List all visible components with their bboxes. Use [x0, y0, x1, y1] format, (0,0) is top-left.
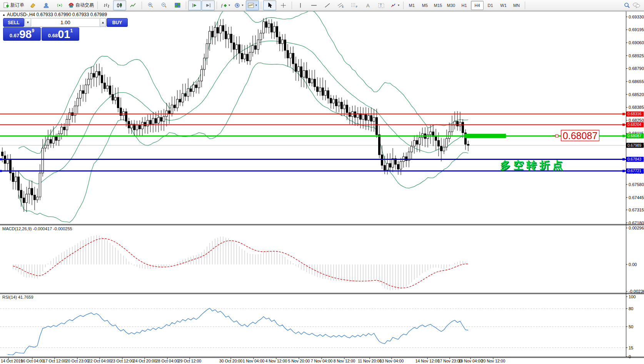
buy-button[interactable]: BUY	[107, 18, 128, 27]
candlestick-chart-button[interactable]	[113, 0, 126, 10]
svg-text:0.67580: 0.67580	[629, 182, 644, 187]
signal-icon	[57, 3, 63, 8]
svg-text:0.68520: 0.68520	[629, 92, 644, 97]
svg-text:1 Nov 04:00: 1 Nov 04:00	[243, 359, 265, 363]
timeframe-mn-button[interactable]: MN	[510, 1, 523, 10]
tile-windows-icon	[175, 3, 180, 8]
sell-price-sup: 9	[32, 28, 34, 33]
auto-scroll-button[interactable]	[188, 0, 201, 10]
timeframe-m5-button[interactable]: M5	[419, 1, 431, 10]
chart-canvas[interactable]: 0.693300.691950.690600.689250.687900.686…	[0, 11, 644, 364]
svg-text:0.68250: 0.68250	[629, 118, 644, 123]
svg-text:22 Oct 04:00: 22 Oct 04:00	[88, 359, 111, 363]
line-chart-button[interactable]	[127, 0, 140, 10]
svg-text:0.69195: 0.69195	[629, 27, 644, 32]
timeframe-d1-button[interactable]: D1	[484, 1, 497, 10]
indicators-icon: f	[221, 3, 227, 8]
svg-text:0.00: 0.00	[629, 262, 637, 267]
text-button[interactable]: A	[361, 0, 374, 10]
svg-text:T: T	[380, 3, 382, 8]
svg-text:0.68925: 0.68925	[629, 53, 644, 58]
trendline-button[interactable]	[321, 0, 334, 10]
timeframe-m30-button[interactable]: M30	[445, 1, 457, 10]
annotation-text[interactable]: 多空转折点	[500, 158, 566, 172]
indicators-dropdown-caret[interactable]: ▾	[229, 3, 230, 7]
chat-icon[interactable]	[632, 2, 640, 8]
indicators-button[interactable]: f ▾	[219, 0, 232, 10]
vertical-line-button[interactable]	[294, 0, 307, 10]
zoom-out-button[interactable]	[157, 0, 170, 10]
separator	[261, 2, 261, 9]
svg-text:20 Oct 23:00: 20 Oct 23:00	[66, 359, 89, 363]
buy-price-panel[interactable]: 0.68011	[42, 27, 79, 41]
svg-text:0: 0	[629, 354, 631, 359]
svg-text:0.69060: 0.69060	[629, 40, 644, 45]
text-label-icon: T	[378, 3, 384, 8]
svg-text:14 Nov 12:00: 14 Nov 12:00	[415, 359, 440, 363]
price-callout-box[interactable]: 0.68087	[561, 130, 599, 141]
timeframe-w1-button[interactable]: W1	[497, 1, 510, 10]
svg-text:5 Nov 20:00: 5 Nov 20:00	[288, 359, 310, 363]
separator	[403, 2, 404, 9]
arrows-dropdown-caret[interactable]: ▾	[398, 3, 399, 7]
periods-dropdown-caret[interactable]: ▾	[242, 3, 243, 7]
timeframe-m15-button[interactable]: M15	[432, 1, 444, 10]
template-icon	[248, 3, 254, 8]
horizontal-line-button[interactable]	[307, 0, 320, 10]
separator	[525, 2, 525, 9]
vertical-line-icon	[298, 3, 303, 8]
expander-icon[interactable]: ▲	[2, 13, 5, 17]
equidistant-channel-button[interactable]: E	[334, 0, 347, 10]
timeframe-h4-button[interactable]: H4	[471, 1, 484, 10]
crosshair-button[interactable]	[277, 0, 290, 10]
volume-decrease-button[interactable]: ▼	[25, 18, 31, 27]
svg-text:13 Nov 04:00: 13 Nov 04:00	[380, 359, 404, 363]
svg-text:0.67989: 0.67989	[627, 143, 642, 148]
sell-price-panel[interactable]: 0.67989	[3, 27, 41, 41]
search-icon[interactable]	[624, 2, 630, 8]
chart-shift-icon	[205, 3, 211, 8]
svg-text:19 Nov 04:00: 19 Nov 04:00	[459, 359, 483, 363]
svg-text:11 Nov 20:00: 11 Nov 20:00	[358, 359, 382, 363]
symbol-ohlc-label: ▲AUDUSD-,H4 0.67933 0.67990 0.67933 0.67…	[2, 12, 107, 17]
buy-price-big: 01	[58, 29, 70, 40]
profile-icon	[43, 3, 49, 8]
svg-text:50: 50	[629, 324, 633, 329]
svg-text:8 Nov 12:00: 8 Nov 12:00	[334, 359, 355, 363]
svg-text:0.68385: 0.68385	[629, 105, 644, 110]
symbol-text: AUDUSD-,H4 0.67933 0.67990 0.67933 0.679…	[7, 12, 107, 17]
eraser-icon	[30, 3, 36, 8]
templates-button[interactable]: ▾	[246, 0, 259, 10]
timeframe-h1-button[interactable]: H1	[458, 1, 470, 10]
tile-windows-button[interactable]	[171, 0, 184, 10]
toolbar: 新订单 自动交易	[0, 0, 644, 11]
chart-shift-button[interactable]	[202, 0, 215, 10]
svg-text:100: 100	[629, 294, 636, 299]
macd-indicator-label: MACD(12,26,9) -0.000417 -0.000255	[2, 226, 72, 231]
new-order-button[interactable]: 新订单	[2, 0, 26, 10]
signals-button[interactable]	[53, 0, 66, 10]
fibonacci-button[interactable]: F	[348, 0, 361, 10]
text-icon: A	[365, 3, 370, 8]
cursor-button[interactable]	[263, 0, 276, 10]
bar-chart-button[interactable]	[100, 0, 113, 10]
svg-text:23 Oct 12:00: 23 Oct 12:00	[111, 359, 134, 363]
text-label-button[interactable]: T	[375, 0, 388, 10]
svg-text:4 Nov 12:00: 4 Nov 12:00	[265, 359, 287, 363]
periods-button[interactable]: ▾	[232, 0, 245, 10]
profile-button[interactable]	[40, 0, 53, 10]
volume-increase-button[interactable]: ▲	[100, 18, 106, 27]
eraser-button[interactable]	[26, 0, 39, 10]
zoom-in-button[interactable]	[144, 0, 157, 10]
volume-input[interactable]	[32, 18, 99, 27]
autotrading-button[interactable]: 自动交易	[67, 0, 95, 10]
sell-button[interactable]: SELL	[3, 18, 24, 27]
arrows-icon	[390, 3, 396, 8]
svg-text:24 Oct 20:00: 24 Oct 20:00	[133, 359, 156, 363]
trendline-icon	[324, 3, 330, 8]
timeframe-m1-button[interactable]: M1	[405, 1, 418, 10]
templates-dropdown-caret[interactable]: ▾	[255, 3, 257, 7]
macd-values: -0.000417 -0.000255	[33, 226, 72, 231]
arrows-button[interactable]: ▾	[388, 0, 401, 10]
autotrading-icon	[68, 3, 74, 8]
